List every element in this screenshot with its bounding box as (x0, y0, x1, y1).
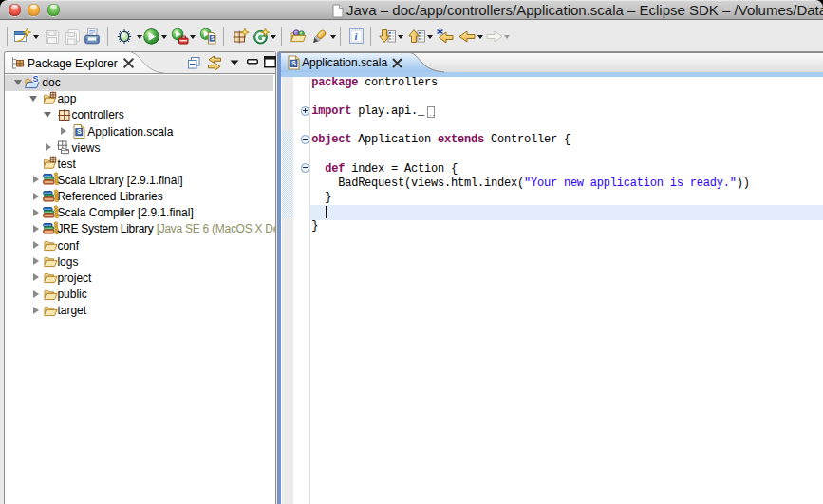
svg-text:S: S (33, 75, 39, 84)
svg-text:S: S (211, 35, 215, 42)
svg-text:S: S (77, 128, 82, 136)
svg-text:S: S (291, 60, 296, 67)
